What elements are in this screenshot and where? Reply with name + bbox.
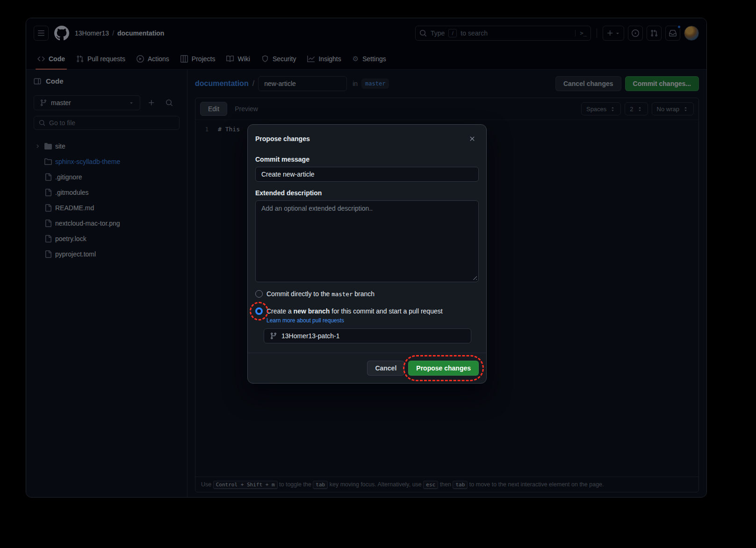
close-dialog-button[interactable] xyxy=(466,132,479,145)
dialog-footer: Cancel Propose changes xyxy=(248,353,486,383)
commit-message-label: Commit message xyxy=(255,156,479,163)
new-branch-name-field[interactable] xyxy=(264,328,471,343)
propose-changes-dialog: Propose changes Commit message Extended … xyxy=(247,124,487,384)
dialog-body: Commit message Extended description Comm… xyxy=(248,151,486,353)
close-icon xyxy=(468,135,476,142)
propose-button-wrap: Propose changes xyxy=(408,361,479,376)
radio-direct-prefix: Commit directly to the xyxy=(266,290,330,298)
radio-commit-direct[interactable]: Commit directly to the master branch xyxy=(255,289,479,299)
radio-branch-bold: new branch xyxy=(294,307,330,315)
radio-button-unchecked[interactable] xyxy=(255,290,263,298)
dialog-title: Propose changes xyxy=(255,135,310,142)
radio-button-checked[interactable] xyxy=(255,307,263,315)
radio-direct-suffix: branch xyxy=(354,290,374,298)
cancel-button[interactable]: Cancel xyxy=(367,361,404,376)
extended-description-textarea[interactable] xyxy=(255,200,479,282)
new-branch-name-input[interactable] xyxy=(281,332,465,340)
propose-changes-button[interactable]: Propose changes xyxy=(408,361,479,376)
radio-direct-label: Commit directly to the master branch xyxy=(266,289,374,299)
radio-create-branch[interactable]: Create a new branch for this commit and … xyxy=(255,306,479,316)
radio-direct-branch: master xyxy=(331,291,353,298)
learn-more-link[interactable]: Learn more about pull requests xyxy=(266,317,344,324)
extended-description-label: Extended description xyxy=(255,189,479,197)
radio-branch-prefix: Create a xyxy=(266,307,292,315)
radio-branch-suffix: for this commit and start a pull request xyxy=(331,307,442,315)
dialog-header: Propose changes xyxy=(248,125,486,151)
branch-icon xyxy=(270,332,277,340)
extended-description-wrap xyxy=(255,200,479,282)
commit-message-input[interactable] xyxy=(255,167,479,182)
github-window: 13Homer13 / documentation Type / to sear… xyxy=(26,18,707,498)
radio-branch-label: Create a new branch for this commit and … xyxy=(266,306,443,316)
